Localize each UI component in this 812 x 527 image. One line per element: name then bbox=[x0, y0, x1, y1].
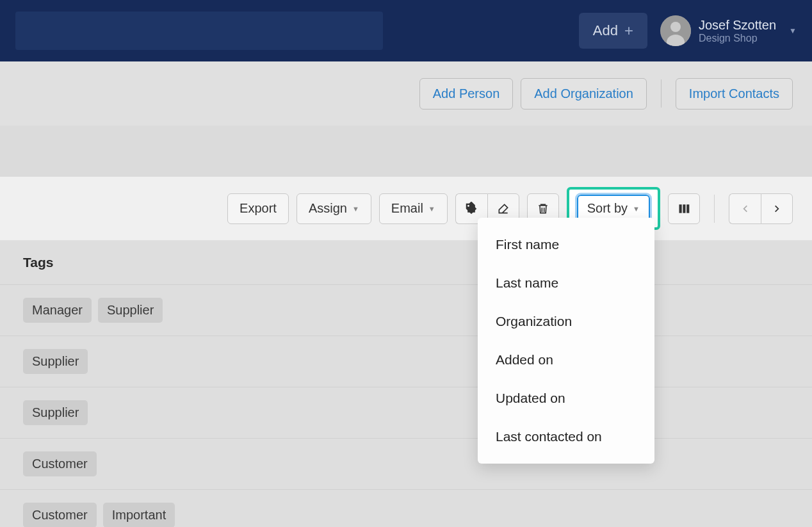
divider bbox=[661, 79, 662, 108]
columns-button[interactable] bbox=[668, 193, 700, 224]
add-person-button[interactable]: Add Person bbox=[419, 78, 514, 109]
tag-icon bbox=[464, 202, 478, 216]
chevron-left-icon bbox=[741, 202, 750, 215]
edit-icon bbox=[497, 202, 510, 215]
tag-chip: Important bbox=[103, 503, 175, 527]
chevron-down-icon: ▼ bbox=[633, 205, 640, 213]
sort-by-label: Sort by bbox=[587, 201, 628, 216]
svg-point-3 bbox=[467, 204, 469, 206]
pagination-group bbox=[729, 193, 793, 224]
svg-rect-6 bbox=[686, 204, 689, 213]
table-row[interactable]: Customer bbox=[0, 439, 812, 490]
contacts-table: Tags ManagerSupplierSupplierSupplierCust… bbox=[0, 241, 812, 527]
sort-dropdown: First name Last name Organization Added … bbox=[478, 218, 654, 464]
sort-option-organization[interactable]: Organization bbox=[478, 302, 654, 341]
avatar bbox=[660, 15, 691, 46]
add-button-label: Add bbox=[593, 22, 618, 39]
add-button[interactable]: Add + bbox=[579, 13, 647, 49]
table-row[interactable]: Supplier bbox=[0, 387, 812, 439]
assign-button[interactable]: Assign ▼ bbox=[296, 193, 371, 224]
svg-rect-4 bbox=[679, 204, 682, 213]
user-menu[interactable]: Josef Szotten Design Shop ▼ bbox=[660, 15, 797, 46]
tag-chip: Supplier bbox=[23, 400, 88, 425]
table-row[interactable]: CustomerImportant bbox=[0, 490, 812, 527]
spacer bbox=[0, 126, 812, 177]
search-input[interactable] bbox=[15, 12, 383, 50]
next-page-button[interactable] bbox=[761, 193, 793, 224]
tag-chip: Supplier bbox=[98, 298, 163, 323]
svg-rect-5 bbox=[683, 204, 685, 213]
table-header-tags: Tags bbox=[0, 241, 812, 285]
export-button[interactable]: Export bbox=[227, 193, 289, 224]
tag-chip: Customer bbox=[23, 503, 97, 527]
svg-point-1 bbox=[670, 22, 681, 32]
chevron-right-icon bbox=[772, 202, 781, 215]
content-area: Add Person Add Organization Import Conta… bbox=[0, 61, 812, 527]
tag-chip: Supplier bbox=[23, 349, 88, 374]
divider bbox=[714, 195, 715, 223]
sort-option-last-name[interactable]: Last name bbox=[478, 264, 654, 302]
user-name: Josef Szotten bbox=[699, 18, 776, 33]
app-header: Add + Josef Szotten Design Shop ▼ bbox=[0, 0, 812, 61]
sort-option-first-name[interactable]: First name bbox=[478, 225, 654, 264]
user-org: Design Shop bbox=[699, 33, 776, 44]
plus-icon: + bbox=[624, 22, 633, 40]
email-label: Email bbox=[391, 201, 423, 216]
table-row[interactable]: Supplier bbox=[0, 336, 812, 387]
sort-option-updated-on[interactable]: Updated on bbox=[478, 379, 654, 418]
export-label: Export bbox=[240, 201, 277, 216]
sort-option-added-on[interactable]: Added on bbox=[478, 341, 654, 379]
columns-icon bbox=[677, 202, 691, 215]
prev-page-button[interactable] bbox=[729, 193, 761, 224]
sort-option-last-contacted-on[interactable]: Last contacted on bbox=[478, 418, 654, 456]
add-organization-button[interactable]: Add Organization bbox=[521, 78, 647, 109]
chevron-down-icon: ▼ bbox=[428, 205, 435, 213]
chevron-down-icon: ▼ bbox=[789, 26, 797, 35]
email-button[interactable]: Email ▼ bbox=[379, 193, 448, 224]
action-bar: Add Person Add Organization Import Conta… bbox=[0, 61, 812, 126]
assign-label: Assign bbox=[309, 201, 347, 216]
import-contacts-button[interactable]: Import Contacts bbox=[676, 78, 793, 109]
table-row[interactable]: ManagerSupplier bbox=[0, 285, 812, 336]
toolbar: Export Assign ▼ Email ▼ Sort by ▼ bbox=[0, 177, 812, 241]
tag-chip: Manager bbox=[23, 298, 92, 323]
chevron-down-icon: ▼ bbox=[352, 205, 359, 213]
trash-icon bbox=[537, 202, 549, 216]
tag-chip: Customer bbox=[23, 451, 97, 476]
